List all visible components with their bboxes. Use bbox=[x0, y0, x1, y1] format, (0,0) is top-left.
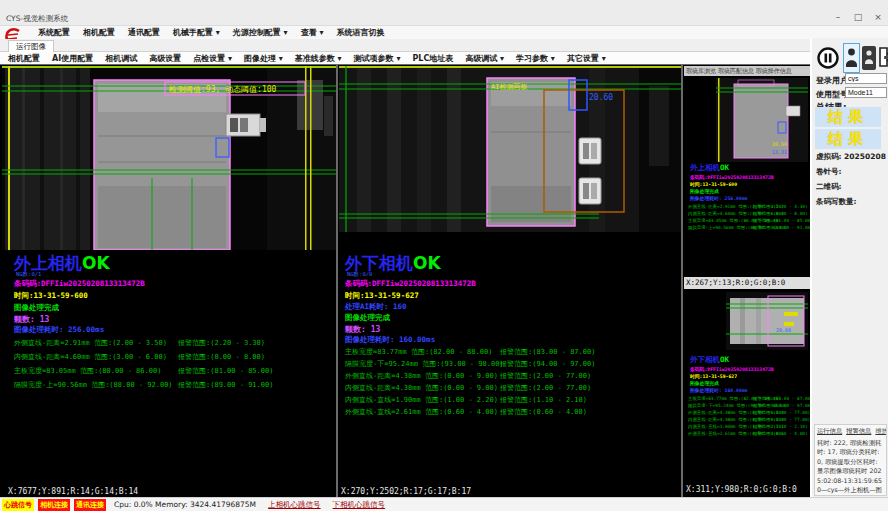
svg-text:20.60: 20.60 bbox=[776, 327, 791, 333]
menu-system-config[interactable]: 系统配置 bbox=[38, 27, 70, 38]
user-icon bbox=[845, 45, 858, 69]
camera-connect-badge: 相机连接 bbox=[38, 499, 70, 511]
lower-elapsed: 图像处理耗时: 160.00ms bbox=[345, 335, 435, 345]
model-input[interactable] bbox=[845, 87, 887, 98]
lower-pixel-coords: X:270;Y:2502;R:17;G:17;B:17 bbox=[341, 487, 471, 496]
mini-upper-alarm: 报警范围:(89.00 - 91.00) bbox=[753, 225, 813, 230]
needle-number-label: 卷针号: bbox=[816, 167, 842, 177]
upper-pixel-coords: X:7677;Y:891;R:14;G:14;B:14 bbox=[8, 487, 138, 496]
qr-code-label: 二维码: bbox=[816, 182, 842, 192]
tool-baseline-params[interactable]: 基准线参数 ▾ bbox=[295, 53, 342, 64]
virtual-code-label: 虚拟码: 20250208 bbox=[816, 152, 886, 162]
tool-camera-debug[interactable]: 相机调试 bbox=[105, 53, 137, 64]
tool-camera-config[interactable]: 相机配置 bbox=[8, 53, 40, 64]
upper-camera-heartbeat-link[interactable]: 上相机心跳信号 bbox=[268, 500, 321, 510]
close-button[interactable]: × bbox=[872, 12, 884, 23]
svg-text:13.31: 13.31 bbox=[772, 149, 787, 155]
tool-learning-params[interactable]: 学习参数 ▾ bbox=[516, 53, 555, 64]
menu-robot-config[interactable]: 机械手配置 ▾ bbox=[173, 27, 220, 38]
upper-camera-result: OK bbox=[82, 253, 110, 273]
upper-count: 颗数: 13 bbox=[14, 314, 49, 325]
cpu-memory-text: Cpu: 0.0% Memory: 3424.41796875M bbox=[114, 500, 256, 509]
defect-browser-header[interactable]: 瑕疵库浏览 瑕疵匹配信息 瑕疵操作信息 bbox=[684, 66, 810, 76]
lower-alarm-row: 报警范围:(0.60 - 4.00) bbox=[500, 407, 587, 417]
upper-alarm-row: 报警范围:(89.00 - 91.00) bbox=[178, 380, 273, 390]
tool-spotcheck-settings[interactable]: 点检设置 ▾ bbox=[193, 53, 232, 64]
mini-upper-alarm: 报警范围:(2.20 - 3.30) bbox=[753, 204, 808, 209]
lower-barcode: 条码码:DFFIiw2025020813313472B bbox=[345, 279, 476, 289]
pause-button[interactable] bbox=[816, 44, 840, 72]
lower-camera-thumbnail[interactable]: 20.60 bbox=[726, 292, 808, 350]
menu-view[interactable]: 查看 ▾ bbox=[301, 27, 324, 38]
lower-camera-heartbeat-link[interactable]: 下相机心跳信号 bbox=[333, 500, 386, 510]
menu-comm-config[interactable]: 通讯配置 bbox=[128, 27, 160, 38]
upper-measure-row: 主板宽度=83.05mm 范围:(80.00 - 86.00) bbox=[14, 366, 161, 376]
heartbeat-badge: 心跳信号 bbox=[2, 499, 34, 511]
lower-measure-row: 外侧直线-直线=2.61mm 范围:(0.60 - 4.00) bbox=[345, 407, 498, 417]
tab-run-image[interactable]: 运行图像 bbox=[8, 40, 54, 52]
svg-text:20.60: 20.60 bbox=[772, 141, 787, 147]
mini-lower-alarm: 报警范围:(94.00 - 97.00) bbox=[753, 403, 813, 408]
lower-alarm-row: 报警范围:(1.10 - 2.10) bbox=[500, 395, 587, 405]
info-tab-maintain[interactable]: 维护信息 bbox=[875, 427, 887, 436]
comm-connect-badge: 通讯连接 bbox=[74, 499, 106, 511]
mini-lower-alarm: 报警范围:(2.00 - 77.00) bbox=[753, 417, 810, 422]
lower-ng-info: NG数:0/0 bbox=[347, 271, 372, 278]
lower-measure-row: 外侧直线-距离=4.38mm 范围:(0.00 - 9.00) bbox=[345, 371, 498, 381]
mini-lower-alarm: 报警范围:(83.00 - 87.00) bbox=[753, 396, 813, 401]
mini-upper-alarm: 报警范围:(0.00 - 8.00) bbox=[753, 211, 808, 216]
mini-lower-title: 外下相机OK bbox=[690, 355, 729, 365]
menu-light-config[interactable]: 光源控制配置 ▾ bbox=[233, 27, 288, 38]
info-tab-alarm[interactable]: 报警信息 bbox=[846, 427, 871, 436]
mini-lower-alarm: 报警范围:(1.10 - 2.10) bbox=[753, 424, 808, 429]
mini-upper-alarm: 报警范围:(81.00 - 85.00) bbox=[753, 218, 813, 223]
tool-other-settings[interactable]: 其它设置 ▾ bbox=[567, 53, 606, 64]
upper-elapsed: 图像处理耗时: 256.00ms bbox=[14, 325, 104, 335]
tool-ai-config[interactable]: AI使用配置 bbox=[52, 53, 93, 64]
upper-measure-row: 隔膜宽度-上=90.56mm 范围:(88.00 - 92.00) bbox=[14, 380, 173, 390]
tool-image-processing[interactable]: 图像处理 ▾ bbox=[244, 53, 283, 64]
panel-separator-1 bbox=[336, 65, 338, 497]
upper-camera-image[interactable]: 检测阈值:93, 动态阈值:100 bbox=[2, 66, 336, 250]
tool-advanced-debug[interactable]: 高级调试 ▾ bbox=[465, 53, 504, 64]
tool-plc-address[interactable]: PLC地址表 bbox=[412, 53, 453, 64]
mini-lower-barcode: 条码码:DFFIiw2025020813313472B bbox=[690, 366, 774, 372]
minimize-button[interactable]: – bbox=[832, 12, 844, 23]
login-user-input[interactable] bbox=[845, 73, 887, 84]
control-panel: 登录用户: 使用型号: 总结果: 结果 结果 虚拟码: 20250208 卷针号… bbox=[810, 38, 888, 497]
upper-measure-row: 外侧直线-距离=2.91mm 范围:(2.00 - 3.50) bbox=[14, 338, 167, 348]
operator-icon bbox=[864, 48, 874, 66]
result-box-lower: 结果 bbox=[815, 129, 881, 149]
mini-lower-done: 图像处理完成 bbox=[690, 380, 719, 386]
exit-door-icon bbox=[879, 47, 888, 67]
lower-alarm-row: 报警范围:(2.00 - 77.00) bbox=[500, 371, 591, 381]
mini-upper-done: 图像处理完成 bbox=[690, 188, 719, 194]
lower-alarm-row: 报警范围:(2.00 - 77.00) bbox=[500, 383, 591, 393]
menu-language-switch[interactable]: 系统语言切换 bbox=[336, 27, 384, 38]
lower-measure-row: 内侧直线-直线=1.90mm 范围:(1.00 - 2.20) bbox=[345, 395, 498, 405]
menu-camera-config[interactable]: 相机配置 bbox=[83, 27, 115, 38]
upper-camera-thumbnail[interactable]: 20.60 13.31 bbox=[716, 78, 808, 162]
lower-process-done: 图像处理完成 bbox=[345, 313, 390, 323]
lower-time: 时间:13-31-59-627 bbox=[345, 291, 419, 301]
maximize-button[interactable]: □ bbox=[852, 12, 864, 23]
info-box[interactable]: 运行信息 报警信息 维护信息 耗时: 222, 瑕疵检测耗时: 17, 瑕疵分类… bbox=[814, 424, 887, 496]
tool-test-params[interactable]: 测试项参数 ▾ bbox=[354, 53, 401, 64]
window-title: CYS-视觉检测系统 bbox=[6, 14, 68, 24]
lower-count: 颗数: 13 bbox=[345, 324, 380, 335]
upper-alarm-row: 报警范围:(2.20 - 3.30) bbox=[178, 338, 265, 348]
operator-button[interactable] bbox=[862, 46, 876, 70]
mini-lower-coords: X:311;Y:980;R:0;G:0;B:0 bbox=[684, 484, 810, 496]
mini-upper-barcode: 条码码:DFFIiw2025020813313472B bbox=[690, 174, 774, 180]
mini-upper-title: 外上相机OK bbox=[690, 163, 729, 173]
mini-lower-elapsed: 图像处理耗时: 160.00ms bbox=[690, 387, 748, 393]
result-box-upper: 结果 bbox=[815, 107, 881, 127]
info-tab-run[interactable]: 运行信息 bbox=[817, 427, 842, 436]
login-user-button[interactable] bbox=[843, 43, 860, 73]
mini-upper-time: 时间:13-31-59-600 bbox=[690, 181, 737, 187]
lower-alarm-row: 报警范围:(94.00 - 97.00) bbox=[500, 359, 595, 369]
exit-button[interactable] bbox=[878, 46, 888, 70]
lower-camera-image[interactable]: AI检测画板 20.60 bbox=[339, 66, 681, 232]
status-bar: 心跳信号 相机连接 通讯连接 Cpu: 0.0% Memory: 3424.41… bbox=[0, 497, 888, 511]
tool-advanced-settings[interactable]: 高级设置 bbox=[149, 53, 181, 64]
